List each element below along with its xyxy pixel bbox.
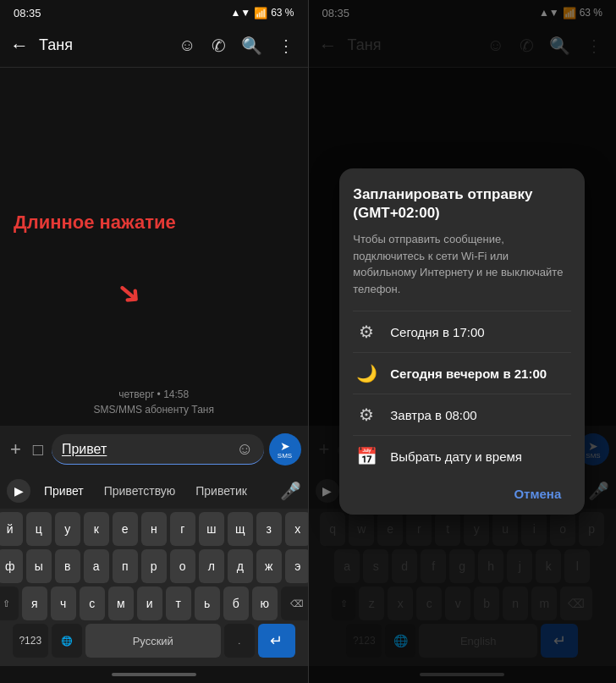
key-shift-left[interactable]: ⇧ [0,587,19,620]
key-globe-left[interactable]: 🌐 [52,624,82,658]
key-ы[interactable]: ы [26,549,52,583]
key-ц[interactable]: ц [26,512,52,546]
input-row-left: + □ Привет ☺ ➤ SMS [0,426,308,473]
chat-meta: четверг • 14:58 SMS/MMS абоненту Таня [0,382,308,426]
key-т[interactable]: т [166,587,191,620]
key-у[interactable]: у [55,512,80,546]
cancel-button[interactable]: Отмена [507,483,568,504]
chat-timestamp: четверг • 14:58 [14,388,294,400]
text-input-left[interactable]: Привет ☺ [52,434,264,465]
call-icon-left[interactable]: ✆ [205,29,233,63]
schedule-dialog: Запланировать отправку(GMT+02:00) Чтобы … [339,168,585,515]
mic-icon-left[interactable]: 🎤 [280,481,301,501]
key-в[interactable]: в [55,549,80,583]
key-backspace-left[interactable]: ⌫ [281,587,308,620]
dialog-option-text-4: Выбрать дату и время [390,449,522,464]
key-numbers-left[interactable]: ?123 [13,624,48,658]
battery-left: 63 % [271,7,294,19]
key-х[interactable]: х [285,512,308,546]
key-щ[interactable]: щ [228,512,253,546]
add-button-left[interactable]: + [7,435,25,464]
key-л[interactable]: л [199,549,224,583]
suggestion-2[interactable]: Приветствую [97,481,183,501]
key-period-left[interactable]: . [224,624,255,658]
dialog-option-1[interactable]: ⚙ Сегодня в 17:00 [353,311,571,352]
moon-icon: 🌙 [356,363,377,383]
more-icon-left[interactable]: ⋮ [271,29,301,63]
sticker-button-left[interactable]: □ [30,437,47,463]
nav-pill-left [112,673,196,676]
key-с[interactable]: с [80,587,105,620]
key-enter-left[interactable]: ↵ [258,624,295,658]
key-ч[interactable]: ч [51,587,76,620]
key-а[interactable]: а [84,549,109,583]
wifi-icon-left: 📶 [254,7,267,19]
right-screen: 08:35 ▲▼ 📶 63 % ← Таня ☺ ✆ 🔍 ⋮ + ➤ SMS ▶… [309,0,617,683]
sms-notice: SMS/MMS абоненту Таня [14,404,294,416]
search-icon-left[interactable]: 🔍 [234,29,269,63]
dialog-subtitle: Чтобы отправить сообщение, подключитесь … [353,231,571,297]
status-bar-left: 08:35 ▲▼ 📶 63 % [0,0,308,24]
back-button-left[interactable]: ← [3,28,36,63]
emoji-icon-left[interactable]: ☺ [172,29,202,62]
key-р[interactable]: р [141,549,167,583]
key-ж[interactable]: ж [256,549,282,583]
kb-row4-left: ?123 🌐 Русский . ↵ [2,624,306,658]
top-bar-left: ← Таня ☺ ✆ 🔍 ⋮ [0,24,308,68]
suggestions-row-left: ▶ Привет Приветствую Приветик 🎤 [0,473,308,509]
dialog-overlay: Запланировать отправку(GMT+02:00) Чтобы … [309,0,617,683]
key-space-left[interactable]: Русский [85,624,221,658]
key-ь[interactable]: ь [195,587,220,620]
key-п[interactable]: п [113,549,138,583]
dialog-option-2[interactable]: 🌙 Сегодня вечером в 21:00 [353,352,571,394]
long-press-label: Длинное нажатие [14,211,176,235]
nav-bar-left [0,666,308,683]
dialog-option-text-1: Сегодня в 17:00 [390,325,484,339]
suggestions-expand-left[interactable]: ▶ [7,479,30,503]
key-б[interactable]: б [223,587,249,620]
key-н[interactable]: н [141,512,167,546]
suggestion-3[interactable]: Приветик [189,481,254,501]
kb-row2-left: ф ы в а п р о л д ж э [2,549,306,583]
long-press-arrow: ➜ [108,272,151,315]
time-left: 08:35 [14,7,41,19]
key-е[interactable]: е [113,512,138,546]
key-й[interactable]: й [0,512,23,546]
calendar-icon: 📅 [356,446,377,466]
kb-row3-left: ⇧ я ч с м и т ь б ю ⌫ [2,587,306,620]
kb-row1-left: й ц у к е н г ш щ з х [2,512,306,546]
send-arrow-icon-left: ➤ [280,439,290,453]
emoji-picker-left[interactable]: ☺ [236,439,253,459]
key-я[interactable]: я [22,587,47,620]
key-м[interactable]: м [108,587,134,620]
key-к[interactable]: к [84,512,109,546]
dialog-option-text-3: Завтра в 08:00 [390,408,476,422]
key-ш[interactable]: ш [199,512,224,546]
send-sms-label-left: SMS [278,453,292,460]
chat-area-left: Длинное нажатие ➜ четверг • 14:58 SMS/MM… [0,68,308,426]
contact-name-left: Таня [39,36,172,54]
gear-icon-2: ⚙ [356,405,377,425]
key-и[interactable]: и [137,587,162,620]
key-г[interactable]: г [170,512,195,546]
signal-icon-left: ▲▼ [230,7,250,19]
dialog-option-3[interactable]: ⚙ Завтра в 08:00 [353,394,571,435]
key-д[interactable]: д [228,549,253,583]
dialog-option-text-2: Сегодня вечером в 21:00 [390,366,547,381]
status-icons-left: ▲▼ 📶 63 % [230,7,294,19]
dialog-title: Запланировать отправку(GMT+02:00) [353,185,571,223]
key-о[interactable]: о [170,549,195,583]
keyboard-left: й ц у к е н г ш щ з х ф ы в а п р о л д … [0,509,308,666]
key-ю[interactable]: ю [252,587,278,620]
dialog-cancel-row: Отмена [353,476,571,508]
dialog-option-4[interactable]: 📅 Выбрать дату и время [353,435,571,476]
key-з[interactable]: з [256,512,282,546]
left-screen: 08:35 ▲▼ 📶 63 % ← Таня ☺ ✆ 🔍 ⋮ Длинное н… [0,0,308,683]
top-bar-icons-left: ☺ ✆ 🔍 ⋮ [172,29,300,63]
send-button-left[interactable]: ➤ SMS [269,433,301,465]
suggestion-1[interactable]: Привет [37,481,91,501]
key-э[interactable]: э [285,549,308,583]
gear-icon-1: ⚙ [356,322,377,342]
input-text-left[interactable]: Привет [62,442,231,457]
key-ф[interactable]: ф [0,549,23,583]
